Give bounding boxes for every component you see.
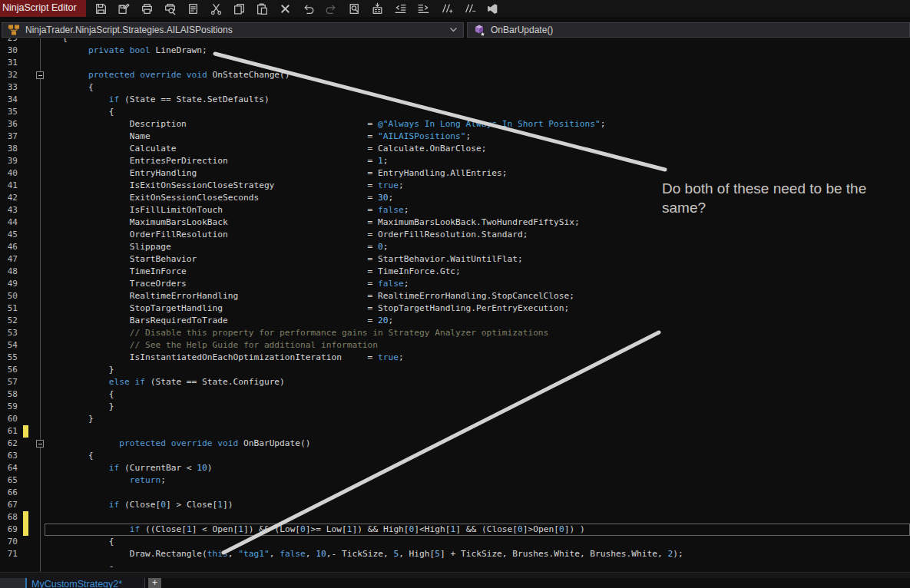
change-marker	[23, 425, 28, 438]
navigation-bar: NinjaTrader.NinjaScript.Strategies.AILAI…	[0, 22, 910, 38]
compile-icon[interactable]	[371, 2, 385, 15]
find-icon[interactable]	[348, 2, 362, 15]
line-number: 62	[0, 438, 23, 450]
code-line[interactable]: 34 if (State == State.SetDefaults)	[0, 94, 910, 106]
change-marker	[23, 487, 28, 499]
code-line[interactable]: 66	[0, 487, 910, 499]
print-icon[interactable]	[141, 2, 154, 15]
fold-column	[28, 45, 45, 57]
copy-icon[interactable]	[233, 2, 247, 15]
code-line[interactable]: 39 EntriesPerDirection = 1;	[0, 155, 910, 167]
fold-column	[28, 560, 45, 572]
code-line[interactable]: 38 Calculate = Calculate.OnBarClose;	[0, 143, 910, 155]
visual-studio-icon[interactable]	[486, 2, 500, 15]
print-preview-icon[interactable]	[164, 2, 177, 15]
code-line[interactable]: 48 TimeInForce = TimeInForce.Gtc;	[0, 266, 910, 278]
code-line[interactable]: 61	[0, 425, 910, 438]
document-icon[interactable]	[187, 2, 200, 15]
save-icon[interactable]	[94, 2, 108, 15]
code-line[interactable]: 62 protected override void OnBarUpdate()	[0, 438, 910, 450]
code-line[interactable]: 57 else if (State == State.Configure)	[0, 376, 910, 388]
save-as-icon[interactable]	[117, 2, 131, 15]
change-marker	[23, 38, 28, 45]
code-line[interactable]: 36 Description = @"Always In Long Always…	[0, 118, 910, 130]
line-number: 49	[0, 278, 23, 290]
collapse-button[interactable]	[36, 440, 44, 448]
code-line[interactable]: 46 Slippage = 0;	[0, 241, 910, 253]
collapse-button[interactable]	[36, 71, 44, 79]
code-line[interactable]: 69 if ((Close[1] < Open[1]) && (Low[0]>=…	[0, 524, 910, 536]
code-line[interactable]: 40 EntryHandling = EntryHandling.AllEntr…	[0, 167, 910, 180]
redo-icon[interactable]	[325, 2, 339, 15]
code-line[interactable]: 37 Name = "AILAISPositions";	[0, 130, 910, 143]
code-line[interactable]: -	[0, 560, 910, 572]
fold-column	[28, 106, 45, 118]
code-lines[interactable]: 29 {30 private bool LineDrawn;3132 prote…	[0, 38, 910, 572]
fold-column	[28, 118, 45, 130]
code-line[interactable]: 55 IsInstantiatedOnEachOptimizationItera…	[0, 352, 910, 364]
code-line[interactable]: 70 {	[0, 536, 910, 548]
code-line[interactable]: 31	[0, 57, 910, 69]
class-dropdown[interactable]: NinjaTrader.NinjaScript.Strategies.AILAI…	[2, 22, 464, 38]
delete-icon[interactable]	[279, 2, 293, 15]
code-line[interactable]: 30 private bool LineDrawn;	[0, 45, 910, 57]
fold-column	[28, 339, 45, 352]
cut-icon[interactable]	[210, 2, 223, 15]
change-marker	[23, 94, 28, 106]
code-line[interactable]: 50 RealtimeErrorHandling = RealtimeError…	[0, 290, 910, 302]
add-tab-button[interactable]: +	[148, 578, 161, 588]
line-number: 34	[0, 94, 23, 106]
code-line[interactable]: 65 return;	[0, 474, 910, 487]
code-line[interactable]: 58 {	[0, 388, 910, 401]
fold-column	[28, 536, 45, 548]
code-line[interactable]: 49 TraceOrders = false;	[0, 278, 910, 290]
line-number: 67	[0, 499, 23, 511]
fold-column	[28, 130, 45, 143]
code-line[interactable]: 47 StartBehavior = StartBehavior.WaitUnt…	[0, 253, 910, 266]
code-line[interactable]: 67 if (Close[0] > Close[1])	[0, 499, 910, 511]
fold-column	[28, 499, 45, 511]
line-number: 54	[0, 339, 23, 352]
code-line[interactable]: 60 }	[0, 413, 910, 425]
remove-comment-icon[interactable]	[463, 2, 477, 15]
indent-icon[interactable]	[417, 2, 431, 15]
code-line[interactable]: 51 StopTargetHandling = StopTargetHandli…	[0, 302, 910, 315]
fold-column	[28, 462, 45, 474]
fold-column	[28, 192, 45, 204]
code-line[interactable]: 35 {	[0, 106, 910, 118]
code-line[interactable]: 59 }	[0, 401, 910, 413]
fold-column	[28, 401, 45, 413]
code-line[interactable]: 52 BarsRequiredToTrade = 20;	[0, 315, 910, 327]
code-line[interactable]: 33 {	[0, 81, 910, 94]
undo-icon[interactable]	[302, 2, 316, 15]
code-line[interactable]: 54 // See the Help Guide for additional …	[0, 339, 910, 352]
code-line[interactable]: 32 protected override void OnStateChange…	[0, 69, 910, 81]
paste-icon[interactable]	[256, 2, 270, 15]
tab-mycustomstrategy2[interactable]: MyCustomStrategy2*	[25, 578, 145, 588]
code-line[interactable]: 45 OrderFillResolution = OrderFillResolu…	[0, 229, 910, 241]
change-marker	[23, 560, 28, 572]
line-number: 55	[0, 352, 23, 364]
line-number: 29	[0, 38, 23, 45]
line-number: 66	[0, 487, 23, 499]
fold-column	[28, 413, 45, 425]
line-number: 63	[0, 450, 23, 462]
fold-column	[28, 81, 45, 94]
code-line[interactable]: 68	[0, 511, 910, 524]
line-number: 41	[0, 180, 23, 192]
code-line[interactable]: 56 }	[0, 364, 910, 376]
code-line[interactable]: 71 Draw.Rectangle(this, "tag1", false, 1…	[0, 548, 910, 560]
fold-column	[28, 524, 45, 536]
outdent-icon[interactable]	[394, 2, 408, 15]
code-editor[interactable]: 29 {30 private bool LineDrawn;3132 prote…	[0, 38, 910, 572]
code-line[interactable]: 64 if (CurrentBar < 10)	[0, 462, 910, 474]
add-comment-icon[interactable]	[440, 2, 454, 15]
code-line[interactable]: 44 MaximumBarsLookBack = MaximumBarsLook…	[0, 216, 910, 229]
line-number: 40	[0, 167, 23, 180]
code-line[interactable]: 53 // Disable this property for performa…	[0, 327, 910, 339]
code-line[interactable]: 29 {	[0, 38, 910, 45]
chevron-down-icon[interactable]	[449, 27, 458, 33]
line-number: 39	[0, 155, 23, 167]
code-line[interactable]: 63 {	[0, 450, 910, 462]
method-dropdown[interactable]: OnBarUpdate()	[467, 22, 910, 38]
